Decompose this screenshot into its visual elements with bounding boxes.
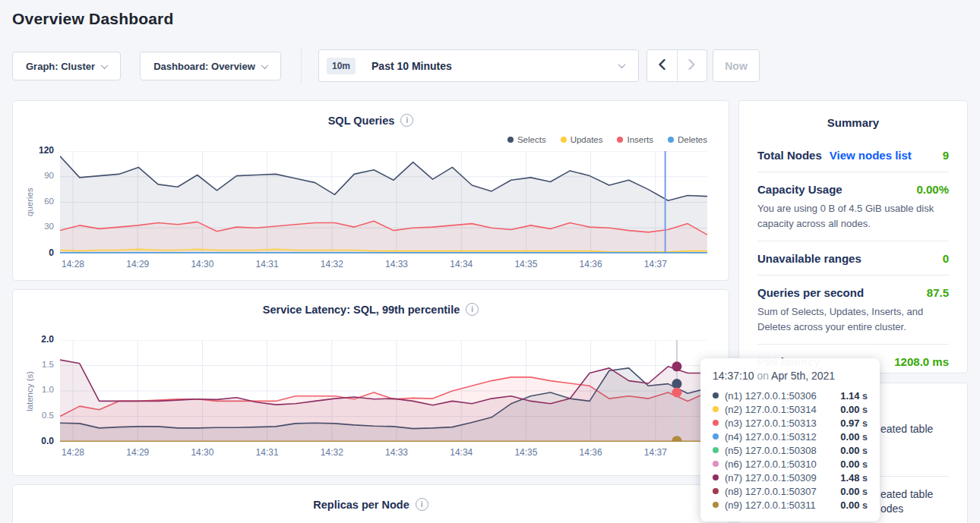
summary-row: Unavailable ranges0 [757, 241, 949, 276]
legend-item-updates: Updates [561, 135, 603, 144]
time-range-picker[interactable]: 10m Past 10 Minutes [318, 49, 639, 82]
view-nodes-link[interactable]: View nodes list [830, 149, 912, 162]
x-axis-tick: 14:29 [119, 259, 156, 269]
tooltip-node-value: 0.00 [840, 458, 859, 470]
legend-label: Inserts [627, 135, 653, 144]
dashboard-dropdown-label: Dashboard: Overview [153, 61, 255, 72]
node-color-dot [713, 392, 719, 399]
x-axis-tick: 14:32 [314, 447, 350, 458]
info-icon[interactable]: i [400, 114, 413, 127]
legend-item-selects: Selects [507, 135, 546, 144]
tooltip-node-unit: s [860, 487, 868, 497]
tooltip-node-unit: s [860, 405, 868, 415]
x-axis-tick: 14:30 [184, 447, 220, 458]
info-icon[interactable]: i [416, 498, 428, 511]
tooltip-node-row: (n7) 127.0.0.1:503091.48 s [713, 471, 868, 484]
x-axis-tick: 14:29 [119, 447, 156, 458]
tooltip-time: 14:37:10 [713, 370, 754, 382]
overview-dashboard-page: Overview Dashboard Graph: Cluster Dashbo… [0, 0, 980, 523]
replicas-per-node-chart-card: Replicas per Node i [12, 484, 729, 523]
legend-dot [561, 137, 567, 143]
previous-time-button[interactable] [647, 50, 677, 81]
node-color-dot [713, 488, 719, 494]
tooltip-node-row: (n3) 127.0.0.1:503130.97 s [713, 416, 868, 430]
tooltip-on: on [757, 370, 769, 382]
x-axis-tick: 14:28 [55, 259, 91, 269]
node-color-dot [713, 433, 719, 440]
tooltip-node-value: 0.97 [840, 417, 859, 429]
chevron-right-icon [688, 58, 696, 73]
tooltip-node-address: (n5) 127.0.0.1:50308 [725, 445, 817, 456]
tooltip-node-address: (n1) 127.0.0.1:50306 [725, 390, 817, 402]
chart-header: SQL Queries i [13, 114, 729, 127]
y-axis-label: queries [24, 151, 36, 254]
tooltip-node-value: 1.48 [840, 472, 859, 484]
time-range-label: Past 10 Minutes [371, 60, 452, 72]
summary-row-value: 1208.0 ms [894, 355, 949, 368]
summary-row-description: You are using 0 B of 4.5 GiB usable disk… [757, 201, 949, 231]
tooltip-node-row: (n8) 127.0.0.1:503070.00 s [713, 484, 868, 498]
tooltip-node-row: (n6) 127.0.0.1:503100.00 s [713, 457, 868, 471]
x-axis-tick: 14:28 [55, 447, 91, 458]
tooltip-node-unit: s [860, 391, 868, 402]
node-color-dot [713, 420, 719, 426]
tooltip-node-address: (n7) 127.0.0.1:50309 [725, 472, 817, 484]
summary-panel: Summary Total NodesView nodes list9Capac… [738, 100, 968, 373]
tooltip-node-row: (n5) 127.0.0.1:503080.00 s [713, 443, 868, 457]
legend-item-deletes: Deletes [668, 135, 707, 144]
summary-row-value: 87.5 [927, 286, 949, 299]
chart-hover-tooltip: 14:37:10 on Apr 5th, 2021 (n1) 127.0.0.1… [700, 358, 880, 521]
tooltip-node-row: (n1) 127.0.0.1:503061.14 s [713, 389, 868, 402]
x-axis-tick: 14:30 [184, 259, 220, 269]
x-axis-tick: 14:34 [443, 259, 479, 269]
summary-row: Total NodesView nodes list9 [757, 138, 949, 172]
chart-header: Replicas per Node i [13, 498, 729, 511]
tooltip-node-unit: s [860, 459, 868, 470]
chevron-down-icon [101, 61, 109, 69]
now-button[interactable]: Now [713, 49, 760, 82]
info-icon[interactable]: i [466, 303, 479, 316]
tooltip-node-address: (n2) 127.0.0.1:50314 [725, 404, 817, 415]
tooltip-node-address: (n3) 127.0.0.1:50313 [725, 417, 817, 429]
summary-row-value: 9 [943, 149, 949, 162]
tooltip-node-value: 1.14 [840, 390, 859, 402]
service-latency-plot[interactable] [60, 340, 707, 442]
chart-title: Replicas per Node [313, 499, 409, 511]
tooltip-node-address: (n4) 127.0.0.1:50312 [725, 431, 817, 443]
chart-header: Service Latency: SQL, 99th percentile i [13, 303, 729, 316]
tooltip-node-unit: s [860, 446, 868, 456]
tooltip-node-unit: s [860, 473, 868, 484]
event-entry-fragment: eated table [880, 423, 933, 435]
tooltip-node-value: 0.00 [840, 404, 859, 415]
tooltip-node-unit: s [860, 500, 868, 511]
x-axis-tick: 14:37 [637, 447, 674, 458]
summary-row: Queries per second87.5Sum of Selects, Up… [757, 276, 949, 345]
legend-dot [668, 137, 674, 143]
legend-item-inserts: Inserts [617, 135, 653, 144]
chart-title: Service Latency: SQL, 99th percentile [263, 304, 460, 316]
summary-row-value: 0.00% [916, 183, 949, 196]
x-axis-tick: 14:35 [507, 259, 544, 269]
tooltip-node-row: (n9) 127.0.0.1:503110.00 s [713, 498, 868, 512]
tooltip-node-unit: s [860, 432, 868, 443]
graph-dropdown[interactable]: Graph: Cluster [12, 52, 121, 80]
service-latency-chart-card: Service Latency: SQL, 99th percentile i … [12, 289, 729, 476]
tooltip-node-row: (n4) 127.0.0.1:503120.00 s [713, 430, 868, 443]
legend-label: Selects [517, 135, 546, 144]
x-axis-tick: 14:31 [249, 259, 286, 269]
tooltip-node-value: 0.00 [840, 445, 859, 456]
summary-row-label: Queries per second [757, 286, 864, 299]
event-entry-fragment: eated table [880, 488, 933, 500]
tooltip-node-rows: (n1) 127.0.0.1:503061.14 s(n2) 127.0.0.1… [713, 389, 868, 512]
sql-queries-plot[interactable] [60, 151, 707, 254]
x-axis-tick: 14:32 [314, 259, 350, 269]
node-color-dot [713, 502, 719, 508]
chart-title: SQL Queries [328, 115, 395, 127]
tooltip-node-address: (n9) 127.0.0.1:50311 [725, 499, 816, 511]
graph-dropdown-label: Graph: Cluster [26, 61, 95, 72]
dashboard-dropdown[interactable]: Dashboard: Overview [140, 52, 281, 80]
next-time-button[interactable] [677, 50, 707, 81]
page-title: Overview Dashboard [12, 10, 174, 28]
time-range-badge: 10m [327, 58, 356, 74]
legend-label: Deletes [678, 135, 707, 144]
